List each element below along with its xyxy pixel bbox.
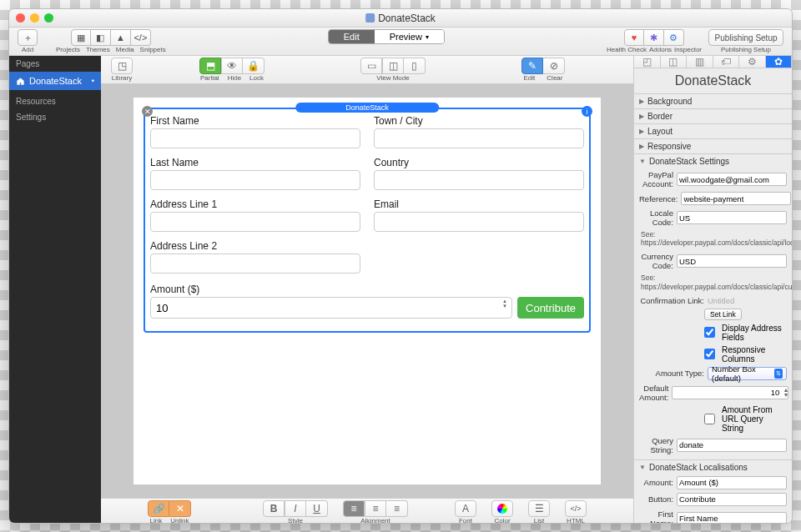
loc-amount-input[interactable]	[677, 476, 787, 489]
document-icon	[365, 13, 375, 23]
close-icon[interactable]: ✕	[142, 106, 153, 117]
address2-input[interactable]	[150, 253, 360, 274]
align-left-button[interactable]: ≡	[343, 500, 365, 517]
list-button[interactable]: ☰	[528, 500, 550, 517]
lock-button[interactable]: 🔒	[243, 58, 264, 74]
partial-button[interactable]: ⬒	[199, 58, 221, 74]
currency-input[interactable]	[677, 254, 787, 268]
sidebar-page-donatestack[interactable]: DonateStack •	[9, 72, 101, 90]
stepper-icon[interactable]: ▲▼	[783, 388, 788, 397]
color-button[interactable]	[491, 500, 513, 517]
section-localisations[interactable]: ▼DonateStack Localisations	[634, 459, 792, 474]
section-background[interactable]: ▶Background	[634, 93, 792, 108]
disclosure-icon: ▼	[639, 158, 646, 165]
align-center-button[interactable]: ≡	[365, 500, 386, 517]
amount-stepper[interactable]: ▲▼	[502, 299, 511, 309]
inspector-button[interactable]: ⚙	[664, 29, 684, 46]
italic-button[interactable]: I	[285, 500, 306, 517]
font-button[interactable]: A	[455, 500, 476, 517]
viewmode-2[interactable]: ◫	[382, 58, 404, 74]
health-check-button[interactable]: ♥	[624, 29, 644, 46]
mode-segment[interactable]: Edit Preview▾	[328, 29, 445, 44]
bold-button[interactable]: B	[263, 500, 285, 517]
inspector-tab-2[interactable]: ◫	[661, 56, 688, 68]
preview-mode[interactable]: Preview▾	[375, 30, 444, 43]
town-label: Town / City	[374, 115, 423, 127]
inspector-tab-1[interactable]: ◰	[634, 56, 661, 68]
amount-input[interactable]	[150, 297, 512, 319]
inspector-tab-6[interactable]: ✿	[766, 56, 793, 68]
library-button[interactable]: ◳	[111, 58, 133, 74]
block-title-handle[interactable]: DonateStack	[295, 103, 439, 113]
amount-type-label: Amount Type:	[639, 369, 704, 378]
sidebar-resources[interactable]: Resources	[9, 93, 101, 109]
sidebar: Pages DonateStack • Resources Settings	[9, 56, 101, 523]
confirm-label: Confirmation Link:	[639, 296, 704, 305]
query-string-input[interactable]	[677, 439, 787, 452]
amount-label: Amount ($)	[150, 284, 199, 295]
donatestack-block[interactable]: ✕ DonateStack i First Name Last Name Add…	[144, 108, 591, 333]
loc-first-input[interactable]	[677, 512, 787, 523]
locale-label: Locale Code:	[639, 208, 673, 227]
align-right-button[interactable]: ≡	[386, 500, 408, 517]
section-responsive[interactable]: ▶Responsive	[634, 138, 792, 153]
dot-icon: •	[92, 77, 94, 85]
section-settings[interactable]: ▼DonateStack Settings	[634, 153, 792, 168]
hide-button[interactable]: 👁	[221, 58, 243, 74]
viewmode-1[interactable]: ▭	[360, 58, 382, 74]
close-window[interactable]	[16, 13, 25, 23]
email-input[interactable]	[374, 212, 584, 232]
country-label: Country	[374, 157, 409, 168]
contribute-button[interactable]: Contribute	[517, 297, 584, 319]
minimize-window[interactable]	[30, 13, 39, 23]
block-edit-button[interactable]: ✎	[521, 58, 543, 74]
add-group: ＋ Add	[18, 29, 38, 53]
currency-note: See: https://developer.paypal.com/docs/c…	[634, 272, 792, 294]
inspector-tab-5[interactable]: ⚙	[739, 56, 766, 68]
unlink-button[interactable]: ✕	[169, 500, 191, 517]
loc-button-input[interactable]	[677, 493, 787, 506]
addons-button[interactable]: ✱	[644, 29, 664, 46]
default-amount-input[interactable]	[672, 386, 788, 399]
inspector-tab-4[interactable]: 🏷	[713, 56, 740, 68]
projects-button[interactable]: ▦	[71, 29, 91, 46]
address1-label: Address Line 1	[150, 198, 217, 210]
inspector-tab-3[interactable]: ▥	[687, 56, 713, 68]
set-link-button[interactable]: Set Link	[704, 309, 742, 320]
underline-button[interactable]: U	[306, 500, 328, 517]
section-layout[interactable]: ▶Layout	[634, 123, 792, 138]
loc-amount-label: Amount:	[639, 478, 673, 487]
link-button[interactable]: 🔗	[148, 500, 169, 517]
last-name-input[interactable]	[150, 170, 360, 190]
sidebar-settings[interactable]: Settings	[9, 109, 101, 125]
edit-mode[interactable]: Edit	[329, 30, 375, 43]
publishing-setup-button[interactable]: Publishing Setup	[708, 29, 783, 46]
address1-input[interactable]	[150, 212, 360, 232]
loc-button-label: Button:	[639, 494, 673, 504]
add-button[interactable]: ＋	[18, 29, 38, 46]
html-button[interactable]: </>	[565, 500, 587, 517]
paypal-input[interactable]	[677, 173, 787, 186]
first-name-input[interactable]	[150, 128, 360, 148]
amount-type-select[interactable]: Number Box (default)⇅	[708, 367, 787, 380]
town-input[interactable]	[374, 128, 584, 148]
format-toolbar: 🔗 ✕ LinkUnlink B I U Style ≡ ≡ ≡ Alignme…	[101, 498, 633, 523]
amount-from-query-checkbox[interactable]	[704, 414, 715, 424]
media-button[interactable]: ▲	[111, 29, 131, 46]
page: ✕ DonateStack i First Name Last Name Add…	[134, 98, 601, 484]
reference-input[interactable]	[681, 192, 791, 205]
info-icon[interactable]: i	[582, 106, 592, 117]
section-border[interactable]: ▶Border	[634, 108, 792, 123]
snippets-button[interactable]: </>	[131, 29, 151, 46]
themes-button[interactable]: ◧	[91, 29, 111, 46]
locale-input[interactable]	[677, 211, 787, 224]
country-input[interactable]	[374, 170, 584, 190]
block-clear-button[interactable]: ⊘	[543, 58, 565, 74]
reference-label: Reference:	[639, 194, 678, 203]
canvas[interactable]: ✕ DonateStack i First Name Last Name Add…	[101, 84, 633, 498]
viewmode-3[interactable]: ▯	[404, 58, 426, 74]
disclosure-icon: ▼	[639, 464, 646, 471]
display-address-checkbox[interactable]	[704, 327, 715, 338]
responsive-columns-checkbox[interactable]	[704, 349, 715, 359]
zoom-window[interactable]	[44, 13, 53, 23]
